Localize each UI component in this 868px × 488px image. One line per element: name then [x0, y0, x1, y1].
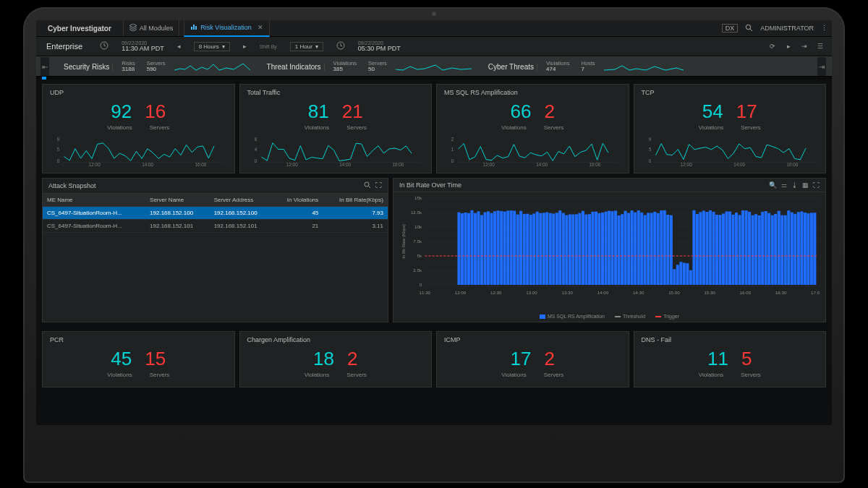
- close-icon[interactable]: ✕: [258, 24, 263, 31]
- svg-text:1: 1: [451, 147, 454, 152]
- start-time[interactable]: 09/22/2020 11:30 AM PDT: [122, 40, 164, 52]
- expand-icon[interactable]: ⛶: [375, 181, 382, 190]
- svg-text:14:00: 14:00: [733, 162, 745, 167]
- chart-icon: [190, 23, 197, 32]
- settings-icon[interactable]: ☰: [814, 40, 826, 52]
- prev-icon[interactable]: ◂: [177, 43, 181, 50]
- svg-rect-116: [634, 213, 637, 285]
- tab-all-modules[interactable]: All Modules: [123, 20, 180, 36]
- svg-rect-143: [722, 213, 725, 285]
- metric-card[interactable]: TCP 54 17 ViolationsServers 950 12:0014:…: [634, 84, 827, 174]
- svg-rect-110: [614, 210, 617, 285]
- svg-rect-115: [631, 210, 634, 285]
- svg-rect-120: [647, 213, 650, 285]
- quick-label[interactable]: DX: [722, 24, 739, 33]
- collapse-icon[interactable]: ⇤: [41, 57, 49, 76]
- tab-risk-visualization[interactable]: Risk Visualization ✕: [184, 20, 269, 37]
- group-cyber-threats[interactable]: Cyber Threats Violations474 Hosts7: [485, 60, 684, 73]
- filter-icon[interactable]: ⚌: [781, 181, 787, 189]
- search-icon[interactable]: [745, 24, 753, 33]
- topbar-actions: DX ADMINISTRATOR ⋮: [722, 24, 827, 33]
- attack-table: ME Name Server Name Server Address In Vi…: [43, 194, 388, 233]
- svg-rect-69: [480, 215, 483, 285]
- svg-text:17:00: 17:00: [811, 290, 820, 295]
- svg-rect-166: [797, 212, 800, 285]
- svg-rect-118: [640, 213, 643, 285]
- table-row[interactable]: CS_6497-SituationRoom-H...192.168.152.10…: [43, 207, 388, 220]
- svg-rect-164: [791, 213, 793, 285]
- grid-icon[interactable]: ▦: [802, 181, 809, 189]
- svg-text:5: 5: [648, 147, 651, 152]
- svg-rect-64: [464, 213, 467, 285]
- svg-rect-95: [565, 215, 568, 285]
- range-select[interactable]: 8 Hours ▾: [194, 42, 230, 51]
- svg-rect-79: [513, 211, 516, 285]
- user-label[interactable]: ADMINISTRATOR: [760, 25, 814, 32]
- chart-legend: MS SQL RS Amplification Threshold Trigge…: [393, 312, 825, 322]
- svg-rect-129: [676, 265, 679, 285]
- svg-text:0: 0: [420, 282, 422, 287]
- metric-card[interactable]: UDP 92 16 ViolationsServers 950 12:0014:…: [42, 84, 235, 174]
- expand-icon[interactable]: ⛶: [813, 181, 820, 189]
- violations-count: 17: [511, 348, 532, 370]
- card-numbers: 18 2: [247, 348, 425, 370]
- group-threat-indicators[interactable]: Threat Indicators Violations385 Servers5…: [264, 60, 475, 73]
- end-time[interactable]: 09/22/2020 05:30 PM PDT: [358, 40, 401, 52]
- next-icon[interactable]: ▸: [243, 43, 247, 50]
- card-title: ICMP: [444, 336, 621, 343]
- svg-rect-156: [765, 211, 767, 285]
- metric-card[interactable]: Chargen Amplification 18 2 ViolationsSer…: [239, 331, 433, 388]
- svg-rect-154: [758, 215, 761, 285]
- table-row[interactable]: CS_6497-SituationRoom-H...192.168.152.10…: [43, 220, 388, 233]
- violations-count: 11: [707, 348, 728, 370]
- svg-rect-163: [787, 210, 790, 285]
- svg-rect-112: [621, 214, 624, 285]
- shift-select[interactable]: 1 Hour ▾: [290, 42, 323, 51]
- svg-line-36: [368, 187, 370, 189]
- scope-label[interactable]: Enterprise: [42, 42, 87, 51]
- svg-text:15:30: 15:30: [704, 290, 715, 295]
- panel-attack-snapshot: Attack Snapshot ⛶ ME Name Server Name Se…: [42, 178, 388, 322]
- svg-text:12:00: 12:00: [286, 162, 297, 167]
- card-title: DNS - Fail: [642, 336, 819, 343]
- legend-item: Threshold: [615, 314, 645, 319]
- legend-item: MS SQL RS Amplification: [540, 314, 605, 319]
- svg-text:5k: 5k: [417, 253, 423, 258]
- svg-text:13:00: 13:00: [526, 290, 537, 295]
- svg-rect-76: [503, 212, 506, 286]
- metric-card[interactable]: PCR 45 15 ViolationsServers: [42, 331, 235, 388]
- svg-rect-130: [679, 262, 682, 285]
- metric-card[interactable]: DNS - Fail 11 5 ViolationsServers: [634, 331, 827, 388]
- legend-item: Trigger: [655, 314, 679, 319]
- svg-point-3: [746, 25, 751, 29]
- kebab-icon[interactable]: ⋮: [821, 25, 827, 32]
- svg-rect-149: [741, 210, 744, 285]
- svg-rect-101: [584, 215, 587, 285]
- svg-rect-91: [552, 214, 555, 286]
- search-icon[interactable]: 🔍: [769, 181, 777, 189]
- svg-rect-74: [497, 210, 500, 285]
- svg-rect-157: [767, 213, 770, 285]
- metric-card[interactable]: MS SQL RS Amplification 66 2 ViolationsS…: [436, 84, 629, 174]
- metric-card[interactable]: ICMP 17 2 ViolationsServers: [436, 331, 629, 388]
- search-icon[interactable]: [364, 181, 371, 190]
- download-icon[interactable]: ⭳: [791, 181, 798, 189]
- refresh-icon[interactable]: ⟳: [767, 40, 778, 52]
- svg-rect-142: [718, 215, 721, 285]
- play-icon[interactable]: ▸: [783, 40, 794, 52]
- svg-rect-114: [627, 213, 630, 285]
- servers-count: 5: [741, 348, 752, 370]
- svg-text:In Bit Rate (Kbps): In Bit Rate (Kbps): [401, 224, 406, 258]
- svg-rect-124: [660, 210, 663, 285]
- metric-card[interactable]: Total Traffic 81 21 ViolationsServers 84…: [239, 84, 433, 174]
- svg-text:14:30: 14:30: [633, 290, 644, 295]
- sparkline: [174, 60, 254, 73]
- svg-text:14:00: 14:00: [339, 162, 351, 167]
- svg-rect-155: [761, 212, 764, 285]
- svg-text:7.5k: 7.5k: [413, 239, 422, 244]
- svg-text:0: 0: [648, 158, 651, 163]
- export-icon[interactable]: ⇥: [799, 40, 810, 52]
- servers-count: 17: [736, 100, 757, 123]
- expand-icon[interactable]: ⇥: [817, 57, 826, 76]
- group-security-risks[interactable]: Security Risks Risks3188 Servers590: [61, 60, 254, 73]
